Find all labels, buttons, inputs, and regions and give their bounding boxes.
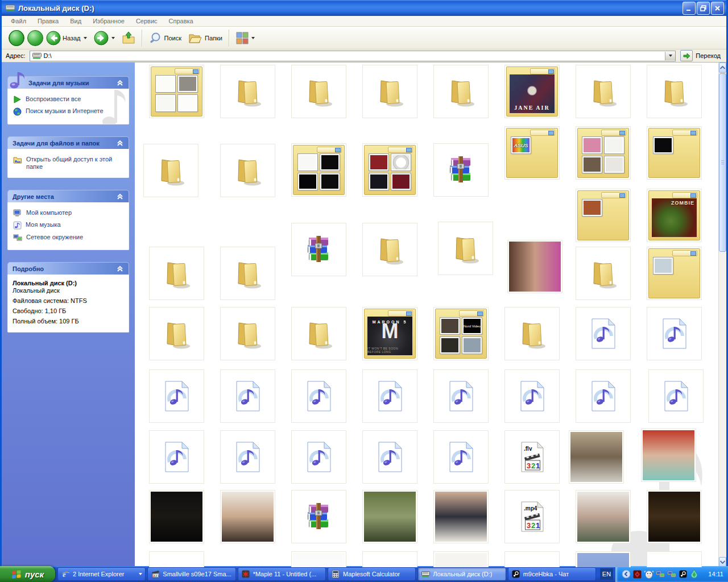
image-file-item[interactable] [576,551,631,567]
folder-with-preview-item[interactable] [291,143,346,197]
image-file-item[interactable] [433,551,489,567]
image-file-item[interactable] [507,240,562,293]
tray-steam[interactable] [678,569,688,579]
audio-file-item[interactable] [576,369,631,423]
language-indicator[interactable]: EN [600,568,613,580]
folder-item[interactable] [220,247,275,300]
back-button[interactable]: Назад [5,28,90,48]
menu-item-2[interactable]: Правка [32,18,64,24]
taskbar-button-steam[interactable]: m9ceHbka - Чат [508,567,596,581]
audio-file-item[interactable] [291,369,346,423]
task-label[interactable]: Открыть общий доступ к этой папке [26,156,123,171]
sidebar-task-network[interactable]: Сетевое окружение [13,234,123,243]
audio-file-item[interactable] [149,430,204,484]
folder-with-preview-item[interactable] [576,126,631,180]
search-button[interactable]: Поиск [146,30,185,46]
address-dropdown-button[interactable] [665,52,675,60]
task-label[interactable]: Сетевое окружение [26,234,83,241]
views-dropdown-icon[interactable] [251,37,255,39]
clipped-item[interactable] [149,551,204,567]
sidebar-task-globe[interactable]: Поиск музыки в Интернете [13,107,123,117]
forward-button[interactable] [90,29,118,47]
file-list-area[interactable]: JANE AIRASUSZOMBIEMMAROON 5IT WON'T BE S… [135,63,718,567]
folder-with-preview-item[interactable] [576,189,631,242]
menu-item-6[interactable]: Справка [163,18,199,24]
folder-item[interactable] [220,307,275,360]
audio-file-item[interactable] [362,430,417,484]
folder-with-preview-item[interactable]: ASUS [504,126,560,180]
image-file-item[interactable] [220,490,275,543]
audio-file-item[interactable] [220,430,275,484]
folder-with-preview-item[interactable] [149,65,204,118]
folder-item[interactable] [291,307,346,360]
tray-green-drop[interactable] [689,569,699,579]
clipped-item[interactable] [362,551,417,567]
image-file-item[interactable] [576,490,631,543]
restore-button[interactable] [697,2,710,15]
folder-item[interactable] [291,65,346,118]
back-dropdown-icon[interactable] [84,37,87,39]
video-file-item[interactable]: .mp4321 [504,490,560,543]
scrollbar-thumb[interactable] [719,73,726,252]
folder-item[interactable] [220,65,275,118]
audio-file-item[interactable] [433,369,489,423]
start-button[interactable]: пуск [0,566,55,582]
forward-dropdown-icon[interactable] [111,37,115,39]
audio-file-item[interactable] [576,307,631,360]
image-file-item[interactable] [291,551,346,567]
chevron-up-icon[interactable] [116,80,124,86]
taskbar-button-clapper[interactable]: 321Smallville s09e17 Sma... [147,567,235,581]
audio-file-item[interactable] [433,430,489,484]
up-button[interactable] [118,30,139,47]
archive-file-item[interactable] [291,490,346,543]
folder-item[interactable] [504,307,560,360]
folder-item[interactable] [576,65,631,118]
panel-header-other-places[interactable]: Другие места [7,190,129,202]
audio-file-item[interactable] [647,307,702,360]
audio-file-item[interactable] [362,369,417,423]
folders-button[interactable]: Папки [185,30,226,46]
taskbar-button-maple[interactable]: *Maple 11 - Untitled (... [238,567,326,581]
menu-item-4[interactable]: Избранное [87,18,130,24]
image-file-item[interactable] [647,490,702,543]
archive-file-item[interactable] [433,143,489,197]
audio-file-item[interactable] [291,430,346,484]
clipped-item[interactable] [647,551,702,567]
taskbar-button-ie[interactable]: e2 Internet Explorer [57,567,146,581]
audio-file-item[interactable] [504,369,560,423]
scroll-up-button[interactable] [719,63,726,73]
image-file-item[interactable] [362,490,417,543]
minimize-button[interactable] [682,2,696,15]
task-label[interactable]: Поиск музыки в Интернете [26,107,104,115]
folder-item[interactable] [362,223,417,276]
menu-item-5[interactable]: Сервис [130,18,163,24]
vertical-scrollbar[interactable] [718,63,726,567]
folder-item[interactable] [576,247,631,300]
tray-network[interactable] [667,569,676,579]
album-folder-item[interactable]: JANE AIR [504,65,560,118]
audio-file-item[interactable] [648,369,704,423]
folder-item[interactable] [220,144,275,197]
image-file-item[interactable] [641,429,696,482]
folder-item[interactable] [149,247,204,300]
sidebar-task-play[interactable]: Воспроизвести все [13,95,123,105]
folder-item[interactable] [438,222,493,275]
folder-with-preview-item[interactable] [647,126,702,180]
folder-item[interactable] [143,144,198,197]
image-file-item[interactable] [433,490,489,543]
panel-header-music-tasks[interactable]: Задачи для музыки [7,76,129,89]
task-label[interactable]: Моя музыка [26,221,61,228]
folder-item[interactable] [149,307,204,360]
sidebar-task-mymusic[interactable]: Моя музыка [13,221,123,231]
panel-header-file-tasks[interactable]: Задачи для файлов и папок [7,136,129,149]
menu-item-1[interactable]: Файл [5,18,32,24]
chevron-up-icon[interactable] [116,265,124,272]
sidebar-task-share[interactable]: Открыть общий доступ к этой папке [13,156,123,171]
tray-hide-icons[interactable] [621,569,631,579]
archive-file-item[interactable] [291,223,346,276]
tray-network[interactable] [655,569,665,579]
chevron-up-icon[interactable] [116,193,124,200]
chevron-up-icon[interactable] [116,140,124,147]
audio-file-item[interactable] [220,369,275,423]
sidebar-task-computer[interactable]: Мой компьютер [13,209,123,218]
